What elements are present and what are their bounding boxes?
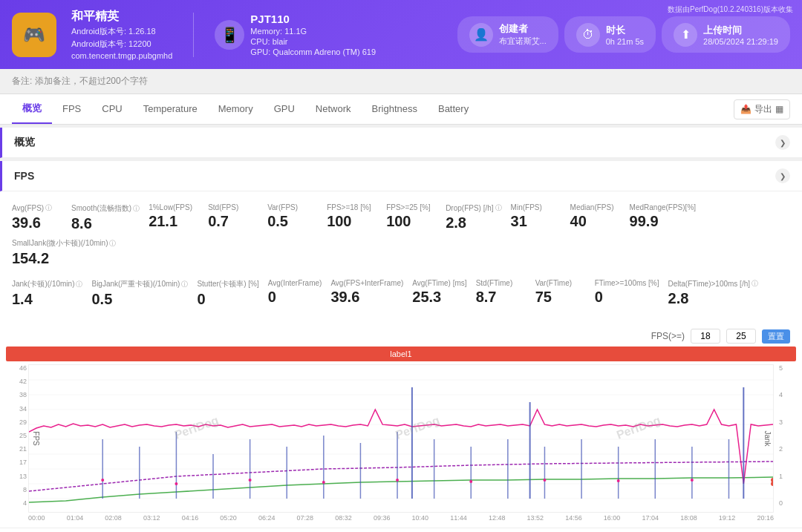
stat-label: Var(FTime)	[535, 279, 586, 287]
chart-wrapper: 46423834292521171384 543210 FPS Jank	[6, 364, 796, 522]
app-icon: 🎮	[12, 13, 56, 57]
tab-network[interactable]: Network	[305, 96, 362, 123]
notes-placeholder: 备注: 添加备注，不超过200个字符	[12, 76, 148, 86]
stat-label: FTime>=100ms [%]	[595, 279, 659, 287]
fps-stat-cell: Var(FTime)75	[535, 276, 595, 311]
y-axis-fps: 46423834292521171384	[6, 364, 28, 507]
svg-text:PerfDog: PerfDog	[394, 414, 441, 441]
fps-stat-cell: Stutter(卡顿率) [%]0	[197, 276, 267, 311]
x-axis-label: 02:08	[105, 514, 122, 522]
fps-stat-cell: Var(FPS)0.5	[267, 200, 327, 235]
creator-icon: 👤	[469, 23, 493, 47]
fps-collapse-btn[interactable]: ❯	[775, 168, 790, 183]
x-axis-label: 14:56	[565, 514, 582, 522]
stat-value: 154.2	[12, 250, 116, 267]
stat-duration: ⏱ 时长 0h 21m 5s	[564, 16, 656, 53]
stat-value: 0	[197, 291, 258, 308]
notes-bar: 备注: 添加备注，不超过200个字符	[0, 69, 802, 94]
device-name: PJT110	[250, 13, 376, 25]
export-grid-icon: ▦	[775, 104, 783, 114]
fps-threshold-1[interactable]	[691, 329, 720, 344]
perf-notice: 数据由PerfDog(10.2.240316)版本收集	[668, 4, 793, 15]
x-axis-label: 03:12	[143, 514, 160, 522]
stat-value: 40	[570, 213, 621, 230]
y-axis-fps-label: 34	[6, 405, 27, 413]
stat-label: Min(FPS)	[511, 203, 561, 211]
stat-value: 0	[268, 289, 322, 306]
overview-section-header: 概览 ❯	[0, 128, 802, 158]
fps-stat-cell: Delta(FTime)>100ms [/h] ⓘ2.8	[668, 276, 768, 311]
tab-overview[interactable]: 概览	[12, 94, 52, 124]
stat-value: 0.5	[267, 213, 318, 230]
stat-label: Stutter(卡顿率) [%]	[197, 279, 258, 289]
fps-stat-cell: FPS>=25 [%]100	[386, 200, 446, 235]
stat-value: 2.8	[446, 214, 501, 231]
upload-info: 上传时间 28/05/2024 21:29:19	[703, 24, 778, 46]
svg-point-33	[322, 481, 325, 484]
stat-value: 39.6	[12, 214, 62, 231]
y-axis-jank-label: 4	[779, 391, 796, 398]
fps-chart-controls: FPS(>=) 置置	[0, 326, 802, 347]
duration-value: 0h 21m 5s	[606, 37, 644, 46]
fps-chart-axis-label: FPS	[32, 431, 40, 445]
tab-brightness[interactable]: Brightness	[362, 96, 428, 123]
fps-stat-cell: 1%Low(FPS)21.1	[149, 200, 208, 235]
stat-label: Drop(FPS) [/h] ⓘ	[446, 203, 501, 213]
x-axis-label: 07:28	[297, 514, 314, 522]
x-axis-label: 00:00	[28, 514, 45, 522]
x-axis-label: 13:52	[527, 514, 544, 522]
fps-set-button[interactable]: 置置	[762, 329, 790, 344]
x-axis-label: 01:04	[67, 514, 84, 522]
app-name: 和平精英	[71, 9, 172, 24]
upload-label: 上传时间	[703, 24, 778, 37]
stat-label: Delta(FTime)>100ms [/h] ⓘ	[668, 279, 759, 289]
y-axis-jank-label: 5	[779, 364, 796, 372]
chart-label-red: label1	[6, 347, 796, 361]
tab-fps[interactable]: FPS	[52, 96, 91, 123]
x-axis: 00:0001:0402:0803:1204:1605:2006:2407:28…	[28, 513, 774, 522]
fps-stat-cell: Avg(FPS) ⓘ39.6	[12, 200, 71, 235]
fps-stat-cell: Smooth(流畅指数) ⓘ8.6	[71, 200, 149, 235]
x-axis-label: 11:44	[450, 514, 467, 522]
stat-value: 0.7	[208, 213, 258, 230]
stat-value: 100	[327, 213, 377, 230]
stat-label: Std(FPS)	[208, 203, 258, 211]
duration-label: 时长	[606, 24, 644, 37]
x-axis-label: 04:16	[182, 514, 199, 522]
tab-cpu[interactable]: CPU	[91, 96, 132, 123]
device-memory: Memory: 11.1G	[250, 27, 376, 36]
svg-point-43	[771, 478, 773, 482]
export-button[interactable]: 📤 导出 ▦	[734, 99, 790, 119]
fps-stat-cell: Avg(FPS+InterFrame)39.6	[330, 276, 412, 311]
stat-value: 8.7	[476, 289, 526, 306]
header-stats: 👤 创建者 布宜诺斯艾... ⏱ 时长 0h 21m 5s ⬆ 上传时间 28/…	[391, 16, 790, 53]
stat-label: FPS>=25 [%]	[386, 203, 437, 211]
x-axis-label: 19:12	[719, 514, 736, 522]
tab-temperature[interactable]: Temperature	[133, 96, 208, 123]
stat-value: 100	[386, 213, 437, 230]
stat-label: MedRange(FPS)[%]	[630, 203, 696, 211]
svg-text:PerfDog: PerfDog	[173, 414, 221, 441]
stat-value: 31	[511, 213, 561, 230]
app-version-android: Android版本号: 1.26.18	[71, 26, 172, 37]
creator-info: 创建者 布宜诺斯艾...	[499, 22, 547, 47]
tab-memory[interactable]: Memory	[208, 96, 264, 123]
export-icon: 📤	[740, 104, 752, 114]
y-axis-fps-label: 29	[6, 418, 27, 426]
fps-stat-cell: BigJank(严重卡顿)(/10min) ⓘ0.5	[91, 276, 197, 311]
fps-threshold-2[interactable]	[726, 329, 756, 344]
stat-value: 1.4	[12, 291, 82, 308]
device-gpu: GPU: Qualcomm Adreno (TM) 619	[250, 47, 376, 56]
fps-stats-row1: Avg(FPS) ⓘ39.6Smooth(流畅指数) ⓘ8.61%Low(FPS…	[0, 191, 802, 326]
x-axis-label: 08:32	[335, 514, 352, 522]
x-axis-label: 18:08	[680, 514, 697, 522]
stat-value: 21.1	[149, 213, 199, 230]
svg-point-35	[469, 480, 472, 483]
upload-icon: ⬆	[674, 23, 697, 47]
fps-stat-cell: Std(FPS)0.7	[208, 200, 267, 235]
x-axis-label: 05:20	[220, 514, 237, 522]
device-info: PJT110 Memory: 11.1G CPU: blair GPU: Qua…	[250, 13, 376, 56]
overview-collapse-btn[interactable]: ❯	[775, 135, 790, 150]
tab-battery[interactable]: Battery	[428, 96, 479, 123]
tab-gpu[interactable]: GPU	[264, 96, 305, 123]
